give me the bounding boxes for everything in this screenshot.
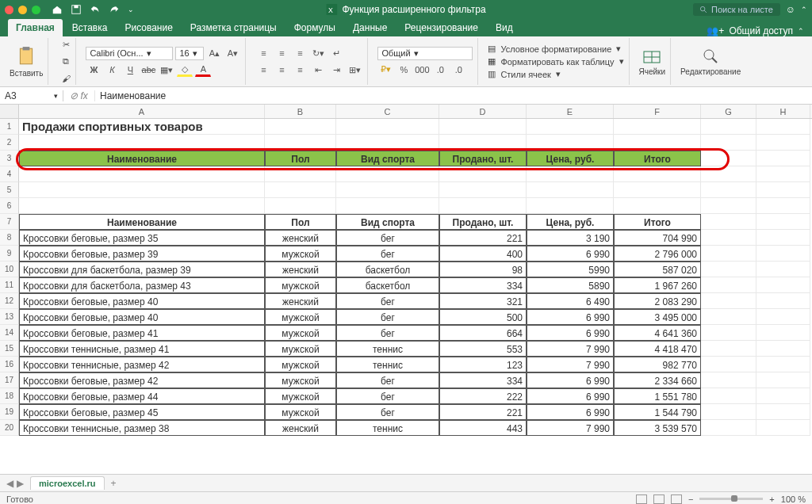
cell[interactable]: 400 [439,246,527,262]
cell[interactable]: 222 [439,388,527,404]
cell[interactable] [265,182,336,198]
cell[interactable]: 6 990 [527,246,614,262]
row-header[interactable]: 3 [0,151,19,166]
cell[interactable]: Кроссовки беговые, размер 40 [19,293,265,309]
cell[interactable]: мужской [265,325,336,341]
cell[interactable]: Итого [614,151,701,166]
next-sheet-icon[interactable]: ▶ [17,478,24,489]
cell[interactable] [756,198,810,214]
cell[interactable] [701,404,756,420]
cell[interactable]: мужской [265,341,336,357]
cell[interactable]: теннис [336,357,439,372]
cell[interactable]: мужской [265,404,336,420]
tab-layout[interactable]: Разметка страницы [182,19,285,36]
cell[interactable]: 1 551 780 [614,388,701,404]
cell[interactable]: 98 [439,262,527,277]
dec-decimal-icon[interactable]: .0 [450,63,466,77]
cell[interactable]: 2 083 290 [614,293,701,309]
cell[interactable]: Цена, руб. [527,151,614,166]
cell[interactable]: бег [336,404,439,420]
cell[interactable]: Кроссовки беговые, размер 39 [19,246,265,262]
cell[interactable] [701,151,756,166]
cell[interactable]: 704 990 [614,230,701,246]
cell[interactable]: Вид спорта [336,151,439,166]
cell[interactable]: баскетбол [336,277,439,293]
cell[interactable]: Продажи спортивных товаров [19,119,265,135]
qat-more-icon[interactable]: ⌄ [128,6,134,13]
cell[interactable] [756,214,810,230]
cell[interactable] [756,341,810,357]
name-box[interactable]: A3▾ [0,90,63,101]
cell[interactable] [701,341,756,357]
cell[interactable]: Кроссовки беговые, размер 45 [19,404,265,420]
cell[interactable] [614,119,701,135]
cell[interactable]: 6 490 [527,293,614,309]
percent-icon[interactable]: % [396,63,412,77]
cell[interactable]: Цена, руб. [527,214,614,230]
tab-review[interactable]: Рецензирование [396,19,486,36]
cell[interactable]: мужской [265,357,336,372]
row-header[interactable]: 14 [0,325,19,341]
cell[interactable] [701,293,756,309]
view-normal-icon[interactable] [636,494,647,504]
cell[interactable] [756,388,810,404]
cell[interactable] [701,388,756,404]
align-middle-icon[interactable]: ≡ [274,46,289,60]
cell[interactable] [614,198,701,214]
row-header[interactable]: 9 [0,246,19,262]
cell[interactable]: 553 [439,341,527,357]
col-C[interactable]: C [336,105,439,118]
cell[interactable] [701,182,756,198]
cell[interactable]: 3 190 [527,230,614,246]
table-format-button[interactable]: ▦Форматировать как таблицу ▾ [488,56,623,67]
cell[interactable]: бег [336,325,439,341]
cell[interactable]: Кроссовки беговые, размер 44 [19,388,265,404]
cell[interactable]: бег [336,309,439,325]
col-D[interactable]: D [439,105,527,118]
cell[interactable]: Наименование [19,214,265,230]
cell[interactable]: 5990 [527,262,614,277]
tab-insert[interactable]: Вставка [64,19,116,36]
row-header[interactable]: 20 [0,420,19,436]
cell[interactable]: 7 990 [527,341,614,357]
cell[interactable] [527,182,614,198]
cell[interactable]: баскетбол [336,262,439,277]
col-F[interactable]: F [614,105,701,118]
cell[interactable] [19,166,265,182]
row-header[interactable]: 1 [0,119,19,135]
border-icon[interactable]: ▦▾ [159,63,174,77]
cell[interactable] [439,135,527,151]
cell[interactable]: Итого [614,214,701,230]
row-header[interactable]: 13 [0,309,19,325]
cell[interactable]: женский [265,262,336,277]
tab-draw[interactable]: Рисование [117,19,180,36]
cell[interactable] [265,135,336,151]
font-select[interactable]: Calibri (Осн...▾ [86,47,173,60]
cell[interactable] [756,246,810,262]
cell[interactable] [756,135,810,151]
cell[interactable] [701,372,756,388]
cell[interactable]: 500 [439,309,527,325]
cell[interactable]: бег [336,372,439,388]
bold-button[interactable]: Ж [86,63,102,77]
row-header[interactable]: 17 [0,372,19,388]
worksheet[interactable]: A B C D E F G H 1Продажи спортивных това… [0,105,812,474]
cell[interactable] [701,325,756,341]
comma-icon[interactable]: 000 [414,63,430,77]
add-sheet-icon[interactable]: + [111,478,117,489]
cell[interactable]: 982 770 [614,357,701,372]
cell[interactable]: 1 544 790 [614,404,701,420]
cell[interactable] [756,357,810,372]
cell[interactable]: Кроссовки для баскетбола, размер 43 [19,277,265,293]
row-header[interactable]: 11 [0,277,19,293]
cell[interactable] [701,357,756,372]
indent-inc-icon[interactable]: ⇥ [328,63,344,77]
view-layout-icon[interactable] [653,494,665,504]
cell[interactable]: бег [336,246,439,262]
cell[interactable]: Вид спорта [336,214,439,230]
cell[interactable] [336,182,439,198]
cell[interactable]: 6 990 [527,372,614,388]
home-icon[interactable] [52,4,63,15]
row-header[interactable]: 18 [0,388,19,404]
font-size-select[interactable]: 16▾ [175,47,204,60]
